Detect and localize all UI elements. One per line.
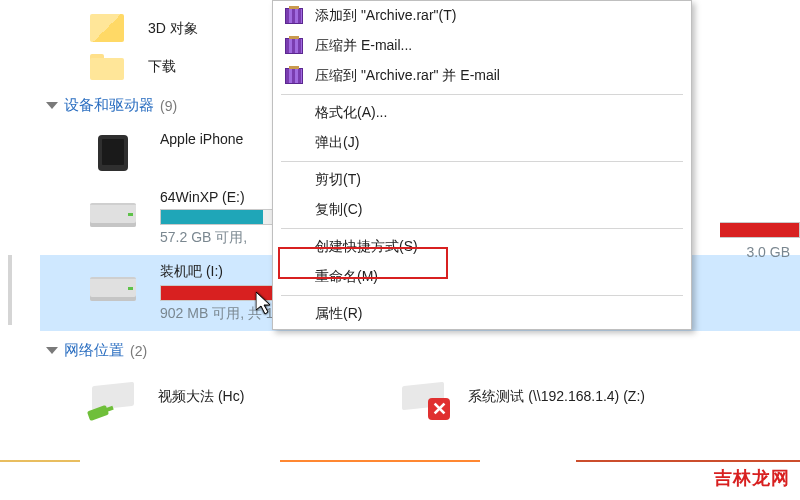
network-item-hc[interactable]: 视频大法 (Hc) [90,378,244,416]
ctx-eject[interactable]: 弹出(J) [273,128,691,158]
folder-label: 下载 [148,58,176,76]
section-title: 网络位置 [64,341,124,360]
ctx-format[interactable]: 格式化(A)... [273,98,691,128]
rar-icon [285,68,303,84]
ctx-create-shortcut[interactable]: 创建快捷方式(S) [273,232,691,262]
drive-icon [90,193,138,231]
ctx-zip-email[interactable]: 压缩并 E-mail... [273,31,691,61]
device-subtext-overflow: 3.0 GB [746,244,790,260]
scrollbar-fragment[interactable] [8,255,12,325]
section-count: (9) [160,98,177,114]
network-title: 视频大法 (Hc) [158,388,244,406]
ctx-properties[interactable]: 属性(R) [273,299,691,329]
separator [281,295,683,296]
decorative-strip [0,460,800,462]
phone-icon [90,135,138,173]
ctx-cut[interactable]: 剪切(T) [273,165,691,195]
chevron-down-icon [46,347,58,354]
section-title: 设备和驱动器 [64,96,154,115]
network-title: 系统测试 (\\192.168.1.4) (Z:) [468,388,645,406]
separator [281,228,683,229]
separator [281,161,683,162]
drive-icon [90,267,138,305]
section-count: (2) [130,343,147,359]
section-header-network[interactable]: 网络位置 (2) [46,341,800,360]
chevron-down-icon [46,102,58,109]
folder-icon [90,14,126,44]
folder-label: 3D 对象 [148,20,198,38]
network-drive-icon [90,378,138,416]
ctx-rename[interactable]: 重命名(M) [273,262,691,292]
rar-icon [285,8,303,24]
watermark: 吉林龙网 [714,466,790,490]
network-item-z[interactable]: ✕ 系统测试 (\\192.168.1.4) (Z:) [400,378,645,416]
folder-icon [90,52,126,82]
capacity-bar-overflow [720,222,800,238]
ctx-copy[interactable]: 复制(C) [273,195,691,225]
ctx-zip-rar-email[interactable]: 压缩到 "Archive.rar" 并 E-mail [273,61,691,91]
network-drive-error-icon: ✕ [400,378,448,416]
rar-icon [285,38,303,54]
separator [281,94,683,95]
ctx-add-to-rar[interactable]: 添加到 "Archive.rar"(T) [273,1,691,31]
context-menu: 添加到 "Archive.rar"(T) 压缩并 E-mail... 压缩到 "… [272,0,692,330]
